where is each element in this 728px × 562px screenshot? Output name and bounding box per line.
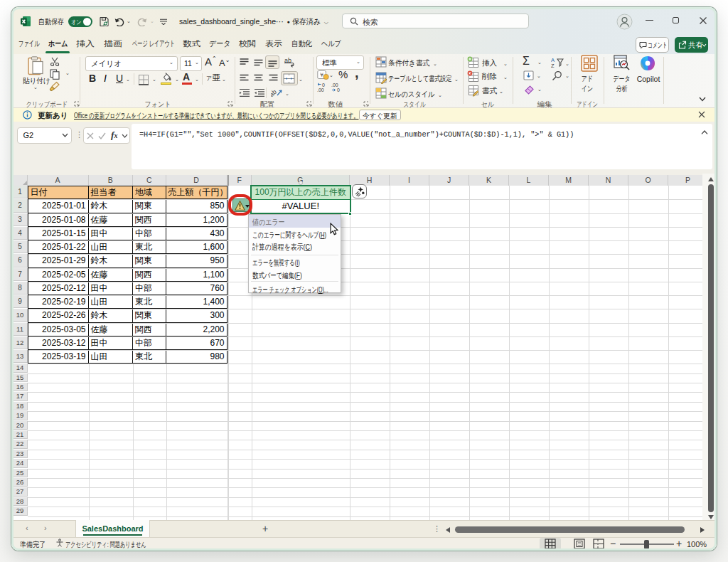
svg-text:0: 0 bbox=[322, 83, 325, 88]
svg-text:0: 0 bbox=[337, 88, 340, 92]
svg-text:Z: Z bbox=[551, 63, 555, 68]
svg-text:.00: .00 bbox=[317, 88, 324, 92]
svg-text:ab: ab bbox=[271, 88, 278, 98]
svg-text:.00: .00 bbox=[331, 83, 338, 88]
